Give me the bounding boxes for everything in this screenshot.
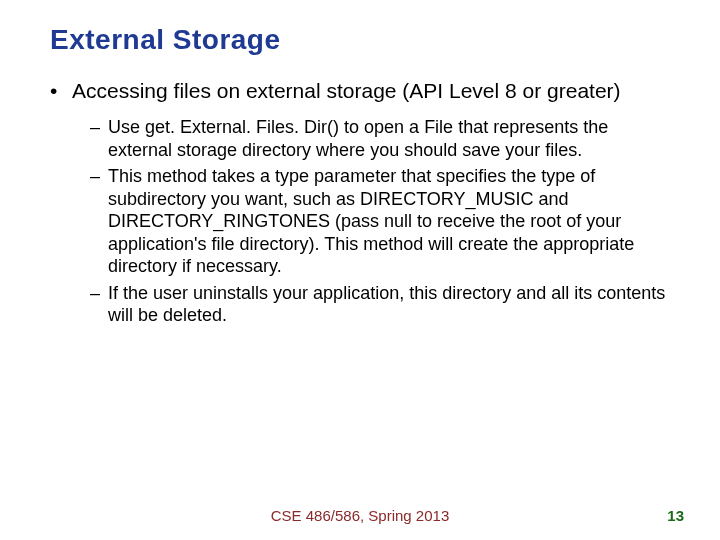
dash-marker: –: [90, 116, 108, 161]
dash-marker: –: [90, 165, 108, 278]
bullet-level2: – This method takes a type parameter tha…: [90, 165, 670, 278]
slide: External Storage • Accessing files on ex…: [0, 0, 720, 327]
slide-title: External Storage: [50, 24, 670, 56]
bullet-level2: – If the user uninstalls your applicatio…: [90, 282, 670, 327]
bullet-marker: •: [50, 78, 72, 104]
bullet-text: If the user uninstalls your application,…: [108, 282, 670, 327]
bullet-text: This method takes a type parameter that …: [108, 165, 670, 278]
dash-marker: –: [90, 282, 108, 327]
page-number: 13: [667, 507, 684, 524]
bullet-text: Accessing files on external storage (API…: [72, 78, 621, 104]
bullet-text: Use get. External. Files. Dir() to open …: [108, 116, 670, 161]
footer-course: CSE 486/586, Spring 2013: [0, 507, 720, 524]
bullet-level2: – Use get. External. Files. Dir() to ope…: [90, 116, 670, 161]
bullet-level1: • Accessing files on external storage (A…: [50, 78, 670, 104]
